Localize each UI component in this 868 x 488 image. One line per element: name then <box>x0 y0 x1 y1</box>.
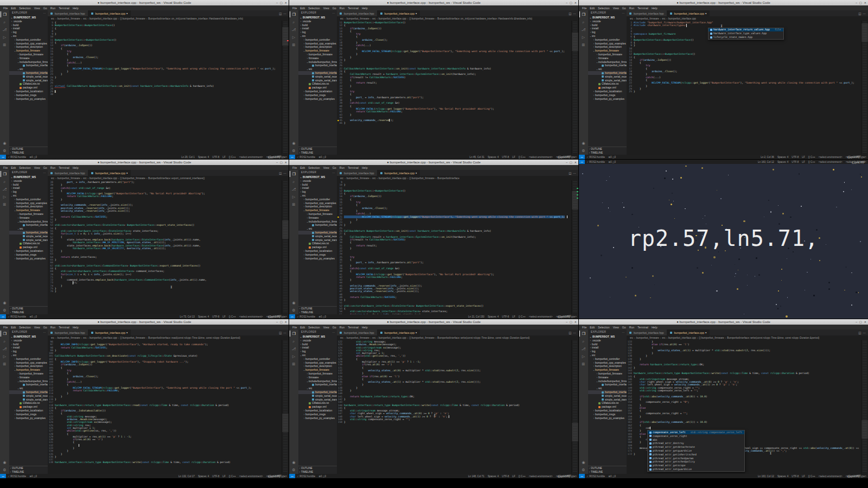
breadcrumb-item[interactable]: bumperbot_interface.cpp <box>90 177 117 180</box>
tree-item[interactable]: ⌄bumperbot_firmware <box>298 368 337 372</box>
minimap[interactable] <box>571 180 578 314</box>
tree-item[interactable]: bumperbot_interface.hpp <box>588 383 627 387</box>
tree-item[interactable]: ›bumperbot_msgs <box>9 93 48 97</box>
tree-item[interactable]: simple_serial_receiver.cpp <box>9 394 48 398</box>
status-item[interactable]: <select environment> <box>817 161 844 163</box>
code-editor[interactable]: 38 port_ = info_.hardware_parameters.at(… <box>48 180 289 314</box>
tree-item[interactable]: ›bumperbot_msgs <box>588 93 627 97</box>
run-debug-icon[interactable]: ▷ <box>1 34 9 40</box>
run-debug-icon[interactable]: ▷ <box>290 34 298 40</box>
tree-item[interactable]: ⌄src <box>588 34 627 38</box>
tree-item[interactable]: simple_serial_transmitter.cpp <box>298 238 337 242</box>
tree-item[interactable]: ›build <box>298 23 337 27</box>
menu-go[interactable]: Go <box>331 326 338 329</box>
menu-run[interactable]: Run <box>49 326 58 329</box>
status-item[interactable]: LF <box>510 315 516 318</box>
split-editor-icon[interactable]: ◫ <box>569 12 571 15</box>
tab-bumperbot_interface.cpp[interactable]: bumperbot_interface.cpp● <box>378 329 420 335</box>
settings-icon[interactable]: ⚙ <box>1 148 9 154</box>
tree-item[interactable]: ⌄src <box>298 34 337 38</box>
split-editor-icon[interactable]: ◫ <box>858 331 861 334</box>
suggest-item[interactable]: pthread_attr_getscope <box>648 464 744 467</box>
menu-terminal[interactable]: Terminal <box>346 166 360 169</box>
tree-item[interactable]: bumperbot_interface.cpp <box>298 390 337 394</box>
section-timeline[interactable]: ›TIMELINE <box>9 470 48 474</box>
tree-item[interactable]: ›bumperbot_description <box>588 365 627 369</box>
tree-item[interactable]: ›bumperbot_description <box>9 205 48 209</box>
more-actions-icon[interactable]: ⋯ <box>622 11 625 15</box>
status-item[interactable]: <select build type> <box>844 161 868 163</box>
tree-item[interactable]: ⌄src <box>9 386 48 390</box>
status-item[interactable]: {} C++ <box>517 475 527 478</box>
tree-item[interactable]: ›build <box>588 23 627 27</box>
minimize-button[interactable]: – <box>276 161 278 164</box>
status-item[interactable]: UTF-8 <box>500 475 510 478</box>
breadcrumb-item[interactable]: bumperbot_firmware <box>636 17 659 20</box>
breadcrumb-item[interactable]: bumperbot_interface.cpp <box>90 17 117 20</box>
search-icon[interactable]: ⌕ <box>1 338 9 344</box>
tree-item[interactable]: ⌄src <box>298 353 337 357</box>
menu-help[interactable]: Help <box>650 326 659 329</box>
tree-item[interactable]: ›bumperbot_localization <box>298 90 337 93</box>
breadcrumb-item[interactable]: src <box>630 337 633 339</box>
breadcrumb-item[interactable]: BumperbotInterface::write(const rclcpp::… <box>727 337 819 339</box>
tree-item[interactable]: package.xml <box>588 405 627 409</box>
tree-item[interactable]: bumperbot_interface.hpp <box>298 383 337 387</box>
more-actions-icon[interactable]: ⋯ <box>284 331 287 334</box>
close-button[interactable]: ✕ <box>575 1 577 4</box>
status-ros-item[interactable]: ✓ ROS2.humble <box>295 315 317 318</box>
suggest-item[interactable]: hardware_interface_return_values.hppfile <box>709 28 783 32</box>
tree-item[interactable]: CMakeLists.txt <box>9 83 48 86</box>
menu-selection[interactable]: Selection <box>17 166 32 169</box>
status-item[interactable]: <select environment> <box>817 156 844 159</box>
tree-item[interactable]: ⌄src <box>588 353 627 357</box>
code-editor[interactable]: 11BumperbotInterface::~BumperbotInterfac… <box>337 21 578 155</box>
status-item[interactable]: LF <box>800 161 806 163</box>
tree-item[interactable]: ›install <box>9 346 48 350</box>
tree-item[interactable]: simple_serial_receiver.cpp <box>9 235 48 238</box>
status-problems[interactable]: ⊗0 △0 <box>28 315 39 318</box>
tree-item[interactable]: bumperbot_interface.cpp <box>9 390 48 394</box>
menu-edit[interactable]: Edit <box>298 166 307 169</box>
tree-item[interactable]: ›firmware <box>588 56 627 60</box>
tree-item[interactable]: ⌄src <box>298 194 337 198</box>
more-actions-icon[interactable]: ⋯ <box>333 171 335 174</box>
suggest-item[interactable]: hardware_interface_type_values.hpp <box>709 31 783 35</box>
split-editor-icon[interactable]: ◫ <box>569 172 571 175</box>
remote-indicator[interactable]: >< <box>579 160 585 164</box>
tree-item[interactable]: ⌄bumperbot_firmware <box>9 208 48 212</box>
code-line[interactable]: 22 RCLCPP_FATAL_STREAM(rclcpp::get_logge… <box>627 81 868 84</box>
status-item[interactable]: <select environment> <box>527 156 554 159</box>
tree-item[interactable]: ›install <box>9 27 48 31</box>
status-ros-item[interactable]: ✓ ROS2.humble <box>295 475 317 478</box>
status-item[interactable]: {} C++ <box>227 315 238 318</box>
tree-item[interactable]: ⌄bumperbot_firmware <box>298 49 337 53</box>
workspace-row[interactable]: ⌄BUMPERBOT_WS <box>298 175 337 179</box>
tree-item[interactable]: ›build <box>588 343 627 346</box>
minimap[interactable] <box>861 340 868 474</box>
menu-edit[interactable]: Edit <box>588 7 596 10</box>
code-editor[interactable]: 5{6BumperbotInterface::BumperbotInterfac… <box>48 21 289 155</box>
breadcrumb-item[interactable]: src <box>340 17 343 20</box>
more-actions-icon[interactable]: ⋯ <box>333 331 335 334</box>
tab-bumperbot_interface.cpp[interactable]: bumperbot_interface.cpp● <box>378 170 420 176</box>
tree-item[interactable]: ›bumperbot_localization <box>9 90 48 93</box>
breadcrumb-item[interactable]: src <box>662 337 665 339</box>
tree-item[interactable]: ›bumperbot_py_examples <box>588 97 627 101</box>
code-line[interactable]: 21 RCLCPP_FATAL_STREAM(rclcpp::get_logge… <box>337 50 578 53</box>
status-item[interactable]: UTF-8 <box>210 315 221 318</box>
status-item[interactable]: <select build type> <box>265 156 289 159</box>
code-editor[interactable]: 1#include "bumperbot_firmware/bumperbot_… <box>627 21 868 155</box>
tab-bumperbot_interface.hpp[interactable]: bumperbot_interface.hpp <box>48 329 88 335</box>
tree-item[interactable]: ›bumperbot_firmware <box>298 53 337 56</box>
maximize-button[interactable]: ▢ <box>570 320 572 324</box>
tree-item[interactable]: ⌄src <box>9 34 48 38</box>
breadcrumb-item[interactable]: src <box>372 177 375 180</box>
more-actions-icon[interactable]: ⋯ <box>863 331 866 334</box>
breadcrumb-item[interactable]: bumperbot_firmware <box>347 177 369 180</box>
section-timeline[interactable]: ›TIMELINE <box>298 470 337 474</box>
status-item[interactable]: <select build type> <box>265 315 289 318</box>
status-item[interactable]: <select environment> <box>527 315 554 318</box>
tree-item[interactable]: simple_serial_transmitter.cpp <box>9 79 48 83</box>
tree-item[interactable]: ›bumperbot_localization <box>298 409 337 413</box>
